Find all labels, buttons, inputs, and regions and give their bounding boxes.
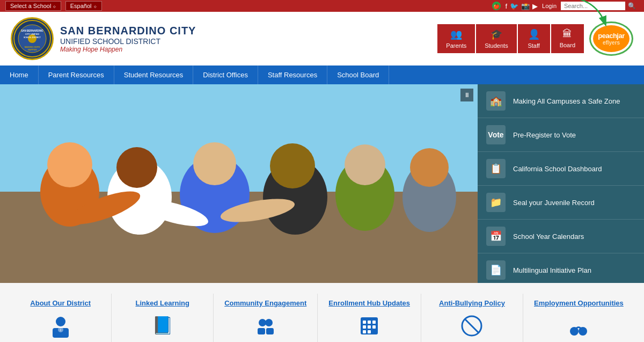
svg-text:HAPPEN: HAPPEN: [28, 48, 37, 51]
nav-staff-resources[interactable]: Staff Resources: [258, 66, 327, 84]
instagram-icon[interactable]: 📸: [521, 2, 530, 10]
svg-point-12: [47, 142, 92, 187]
espanol-button[interactable]: Español ⬦: [65, 1, 102, 11]
parents-icon: 👥: [450, 28, 462, 40]
enrollment-icon: [358, 315, 380, 341]
students-icon: 🎓: [491, 28, 502, 40]
card-antibullying-title: Anti-Bullying Policy: [439, 299, 505, 307]
svg-text:CITY UNIFIED: CITY UNIFIED: [25, 33, 39, 35]
sidebar-item-multilingual[interactable]: 📄 Multilingual Initiative Plan: [478, 253, 644, 283]
logo-text: SAN BERNARDINO CITY UNIFIED SCHOOL DISTR…: [60, 25, 196, 53]
svg-point-18: [270, 143, 315, 188]
card-enrollment[interactable]: Enrollment Hub Updates: [318, 294, 421, 342]
sidebar-item-vote[interactable]: Vote Pre-Register to Vote: [478, 118, 644, 152]
svg-point-20: [345, 144, 385, 185]
youtube-icon[interactable]: ▶: [532, 2, 538, 10]
card-employment-title: Employment Opportunities: [534, 299, 624, 307]
sidebar-item-safe-zone[interactable]: 🏫 Making All Campuses a Safe Zone: [478, 84, 644, 118]
multilingual-label: Multilingual Initiative Plan: [513, 266, 591, 274]
logo-inner: SAN BERNARDINO CITY UNIFIED SCHOOL DISTR…: [12, 19, 52, 59]
svg-point-31: [265, 319, 273, 326]
parents-button[interactable]: 👥 Parents: [437, 24, 475, 53]
svg-text:SCHOOL DISTRICT: SCHOOL DISTRICT: [24, 37, 41, 39]
card-employment[interactable]: Employment Opportunities: [523, 294, 634, 342]
calendars-icon: 📅: [486, 227, 506, 246]
svg-point-16: [193, 142, 236, 185]
safe-zone-label: Making All Campuses a Safe Zone: [513, 97, 620, 105]
svg-rect-33: [266, 328, 274, 334]
green-arrow: [552, 0, 611, 30]
svg-rect-40: [372, 325, 376, 329]
community-icon: [255, 315, 276, 341]
select-school-label: Select a School: [10, 3, 51, 9]
app-icon: 🍎: [492, 2, 501, 10]
header-right: 👥 Parents 🎓 Students 👤 Staff 🏛 Board: [437, 21, 633, 56]
facebook-icon[interactable]: f: [505, 2, 507, 10]
card-community-title: Community Engagement: [224, 299, 306, 307]
district-name-line1: SAN BERNARDINO CITY: [60, 25, 196, 37]
peachjar-container: peachjar eflyers: [589, 21, 633, 56]
nav-student-resources[interactable]: Student Resources: [114, 66, 194, 84]
linked-learning-icon: 📘: [152, 315, 173, 336]
card-linked-learning-title: Linked Learning: [135, 299, 189, 307]
svg-point-2: [28, 34, 36, 43]
students-button[interactable]: 🎓 Students: [476, 24, 516, 53]
juvenile-icon: 📁: [486, 193, 506, 212]
district-logo: SAN BERNARDINO CITY UNIFIED SCHOOL DISTR…: [11, 17, 54, 60]
svg-rect-36: [368, 321, 371, 324]
top-bar-left: Select a School ⬦ Español ⬦: [5, 1, 102, 11]
search-button[interactable]: 🔍: [625, 1, 639, 11]
parents-label: Parents: [446, 42, 466, 49]
svg-text:SAN BERNARDINO: SAN BERNARDINO: [21, 30, 43, 32]
vote-icon: Vote: [486, 125, 506, 144]
card-about-district[interactable]: About Our District i: [10, 294, 112, 342]
svg-rect-42: [368, 330, 371, 333]
sidebar-item-calendars[interactable]: 📅 School Year Calendars: [478, 220, 644, 253]
select-school-button[interactable]: Select a School ⬦: [5, 1, 61, 11]
main-content: ⏸ 🏫 Making All Campuses a Safe Zone Vote…: [0, 84, 644, 283]
sidebar-item-dashboard[interactable]: 📋 California School Dashboard: [478, 152, 644, 186]
card-community[interactable]: Community Engagement: [214, 294, 318, 342]
svg-point-26: [56, 317, 65, 326]
dashboard-icon: 📋: [486, 159, 506, 178]
svg-point-30: [259, 319, 266, 326]
svg-rect-35: [363, 321, 366, 324]
hero-image: ⏸: [0, 84, 478, 283]
safe-zone-icon: 🏫: [486, 91, 506, 111]
hero-svg: [0, 84, 478, 283]
pause-button[interactable]: ⏸: [460, 89, 473, 101]
board-icon: 🏛: [562, 28, 572, 40]
svg-point-14: [116, 147, 157, 188]
about-district-icon: i: [50, 315, 71, 342]
nav-home[interactable]: Home: [0, 66, 39, 84]
card-linked-learning[interactable]: Linked Learning 📘: [112, 294, 214, 342]
espanol-arrow-icon: ⬦: [93, 3, 97, 9]
card-about-district-title: About Our District: [30, 299, 91, 307]
peachjar-name: peachjar: [598, 32, 624, 40]
students-label: Students: [485, 42, 508, 49]
peachjar-eflyers: eflyers: [603, 40, 620, 46]
nav-district-offices[interactable]: District Offices: [193, 66, 258, 84]
vote-label: Pre-Register to Vote: [513, 131, 576, 139]
nav-school-board[interactable]: School Board: [327, 66, 389, 84]
juvenile-label: Seal your Juvenile Record: [513, 199, 595, 207]
board-label: Board: [560, 42, 575, 48]
svg-rect-32: [258, 328, 265, 334]
svg-point-22: [410, 148, 449, 187]
staff-button[interactable]: 👤 Staff: [518, 24, 550, 53]
card-antibullying[interactable]: Anti-Bullying Policy: [421, 294, 523, 342]
dashboard-label: California School Dashboard: [513, 165, 602, 173]
svg-line-44: [465, 319, 479, 333]
espanol-label: Español: [70, 3, 92, 9]
district-name-line2: UNIFIED SCHOOL DISTRICT: [60, 37, 196, 46]
top-bar: Select a School ⬦ Español ⬦ 🍎 f 🐦 📸 ▶ Lo…: [0, 0, 644, 12]
calendars-label: School Year Calendars: [513, 232, 584, 241]
svg-rect-41: [363, 330, 366, 333]
twitter-icon[interactable]: 🐦: [510, 2, 518, 10]
nav-parent-resources[interactable]: Parent Resources: [39, 66, 114, 84]
sidebar-item-juvenile[interactable]: 📁 Seal your Juvenile Record: [478, 186, 644, 220]
staff-label: Staff: [528, 42, 539, 49]
select-school-arrow-icon: ⬦: [53, 3, 56, 9]
social-icons: f 🐦 📸 ▶: [505, 2, 538, 10]
svg-rect-38: [363, 325, 366, 329]
